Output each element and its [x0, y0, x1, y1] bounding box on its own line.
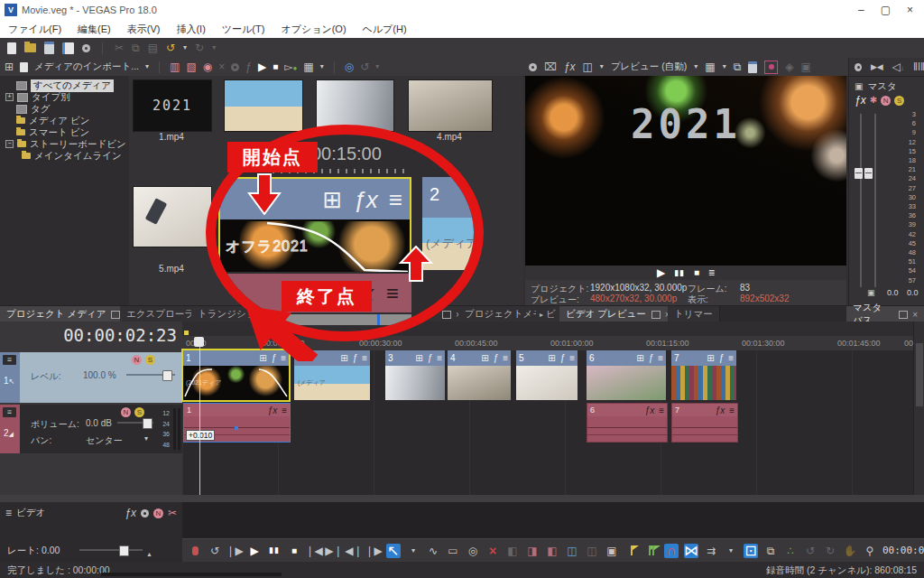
- master-fader-right[interactable]: [864, 168, 873, 179]
- prev-frame-icon[interactable]: ◀❘: [346, 544, 361, 558]
- event-menu-icon[interactable]: ≡: [729, 406, 735, 415]
- delete-icon[interactable]: ×: [485, 544, 500, 558]
- play-icon[interactable]: ▶: [247, 544, 262, 558]
- normal-edit-tool-icon[interactable]: ↖: [386, 544, 401, 558]
- remove-media-icon[interactable]: ×: [218, 61, 225, 72]
- event-fx-icon[interactable]: ƒ: [719, 354, 725, 363]
- bus-menu-icon[interactable]: ≡: [5, 508, 12, 518]
- mixer-sliders-icon[interactable]: ǁǀǁ: [913, 61, 924, 72]
- bus-fx-icon[interactable]: ƒx: [125, 508, 136, 518]
- audio-track-header[interactable]: ≡ 2◢ N S ボリューム: 0.0 dB パン: センター ▾ 12 24 …: [0, 405, 182, 453]
- split-screen-icon[interactable]: ◫: [583, 61, 593, 72]
- tool-dropdown-icon[interactable]: ▾: [406, 544, 420, 558]
- audio-track-menu-icon[interactable]: ≡: [3, 407, 16, 417]
- event-fx-icon[interactable]: ƒx: [645, 406, 655, 415]
- record-icon[interactable]: [764, 61, 778, 74]
- menu-view[interactable]: 表示(V): [119, 23, 169, 36]
- timeline-timecode-display[interactable]: 00:00:02:23: [0, 325, 177, 345]
- media-thumb-4[interactable]: [408, 79, 493, 132]
- media-thumb-1[interactable]: 2021: [133, 79, 212, 132]
- undo-dropdown-icon[interactable]: ▾: [183, 44, 187, 51]
- event-fx-icon[interactable]: ƒ: [353, 354, 358, 363]
- event-menu-icon[interactable]: ≡: [503, 354, 508, 363]
- redo-dropdown-icon[interactable]: ▾: [212, 44, 216, 51]
- trim-adjacent-icon[interactable]: ◨: [525, 544, 540, 558]
- tab-trimmer[interactable]: トリマー: [668, 306, 720, 322]
- ignore-grouping-icon[interactable]: ⧉: [763, 544, 778, 558]
- split-dropdown-icon[interactable]: ▾: [600, 63, 604, 70]
- rate-slider-knob[interactable]: [119, 545, 129, 556]
- video-track-menu-icon[interactable]: ≡: [3, 355, 16, 365]
- scan-photo-icon[interactable]: ▧: [186, 61, 196, 72]
- extract-audio-icon[interactable]: ◉: [203, 61, 212, 72]
- open-icon[interactable]: [24, 43, 36, 52]
- minimize-button[interactable]: –: [858, 4, 864, 16]
- lock-event-icon[interactable]: ▣: [605, 544, 619, 558]
- mixer-dots-icon[interactable]: ∴: [783, 544, 798, 558]
- event-menu-icon[interactable]: ≡: [728, 354, 734, 363]
- refresh-dropdown-icon[interactable]: ▾: [375, 63, 379, 70]
- loop-region-icon[interactable]: ◈: [785, 61, 793, 72]
- copy-snapshot-icon[interactable]: ⧉: [734, 61, 742, 72]
- tree-item-all-media[interactable]: すべてのメディア: [0, 79, 129, 91]
- pause-icon[interactable]: ▮▮: [267, 544, 282, 558]
- timeline-audio-clip[interactable]: 6ƒx≡: [587, 403, 668, 443]
- event-fx-icon[interactable]: ƒ: [560, 354, 566, 363]
- mute-speaker-icon[interactable]: ◁↓: [892, 61, 904, 72]
- volume-slider[interactable]: [117, 422, 153, 424]
- lock-fader-icon[interactable]: ▣: [867, 288, 875, 297]
- trim-end-icon[interactable]: ◧: [545, 544, 559, 558]
- tree-item-media-bin[interactable]: メディア ビン: [0, 115, 129, 126]
- go-to-end-icon[interactable]: ▶❘: [327, 544, 341, 558]
- master-fader-left[interactable]: [855, 168, 863, 179]
- tab-video-preview[interactable]: ビデオ プレビュー×: [559, 306, 677, 322]
- import-media-icon[interactable]: [20, 62, 28, 72]
- pan-dropdown-icon[interactable]: ▾: [144, 435, 148, 443]
- ripple-dropdown-icon[interactable]: ▾: [724, 544, 738, 558]
- event-fx-icon[interactable]: ƒ: [649, 354, 654, 363]
- master-fx-icon[interactable]: ƒx: [855, 95, 866, 106]
- close-button[interactable]: ×: [907, 4, 913, 16]
- split-event-icon[interactable]: ◫: [565, 544, 579, 558]
- redo-icon[interactable]: ↻: [195, 42, 204, 53]
- search-media-icon[interactable]: ◎: [345, 61, 354, 72]
- event-menu-icon[interactable]: ≡: [569, 354, 575, 363]
- timeline-audio-clip[interactable]: 7ƒx≡: [671, 403, 738, 443]
- tab-project-media[interactable]: プロジェクト メディア×: [0, 306, 137, 322]
- event-menu-icon[interactable]: ≡: [282, 406, 287, 415]
- snap-magnet-icon[interactable]: ∩: [664, 544, 679, 558]
- preview-pause-icon[interactable]: ▮▮: [674, 269, 685, 277]
- zoom-tool-icon[interactable]: ◎: [466, 544, 480, 558]
- video-mute-icon[interactable]: N: [132, 355, 142, 365]
- tab-overflow[interactable]: ▸ビ: [536, 306, 560, 322]
- menu-options[interactable]: オプション(O): [273, 23, 354, 36]
- event-menu-icon[interactable]: ≡: [659, 406, 664, 415]
- insert-marker-icon[interactable]: [624, 544, 639, 558]
- level-slider-knob[interactable]: [162, 370, 172, 381]
- render-as-icon[interactable]: [62, 42, 74, 54]
- copy-icon[interactable]: ⧉: [132, 42, 140, 53]
- qualifier-icon[interactable]: ▣: [800, 61, 810, 72]
- hover-scrub-icon[interactable]: ▻●: [284, 61, 297, 72]
- tree-item-by-type[interactable]: +タイプ別: [0, 91, 129, 103]
- play-from-start-icon[interactable]: ❘▶: [227, 544, 242, 558]
- media-thumb-2[interactable]: [224, 79, 303, 132]
- media-thumb-3[interactable]: [316, 79, 394, 132]
- splitter-bar[interactable]: [0, 495, 924, 502]
- float-icon[interactable]: [111, 311, 120, 319]
- views-dropdown-icon[interactable]: ▾: [320, 63, 324, 70]
- trim-start-icon[interactable]: ◧: [505, 544, 520, 558]
- timeline-video-clip[interactable]: 3⊞ƒ≡: [385, 350, 445, 400]
- menu-help[interactable]: ヘルプ(H): [355, 23, 415, 36]
- import-dropdown-icon[interactable]: ▾: [145, 63, 149, 70]
- timeline-video-clip[interactable]: 4⊞ƒ≡: [448, 350, 511, 400]
- preview-play-icon[interactable]: ▶: [657, 267, 665, 278]
- auto-crossfade-icon[interactable]: ⋈: [684, 544, 698, 558]
- timeline-video-clip[interactable]: 7⊞ƒ≡: [671, 350, 736, 400]
- timeline-track-area[interactable]: 1⊞ƒ≡ (2021ディア 2⊞ƒ≡ (メディア 3⊞ƒ≡ 4⊞ƒ≡ 5⊞ƒ≡ …: [182, 350, 913, 495]
- paste-icon[interactable]: ▤: [148, 42, 158, 53]
- loop-playback-icon[interactable]: ↺: [208, 544, 222, 558]
- lock-envelopes-icon[interactable]: ⊡: [744, 544, 758, 558]
- cursor-timecode[interactable]: 00:00:02:23: [882, 545, 924, 556]
- pan-crop-icon[interactable]: ⊞: [548, 354, 555, 363]
